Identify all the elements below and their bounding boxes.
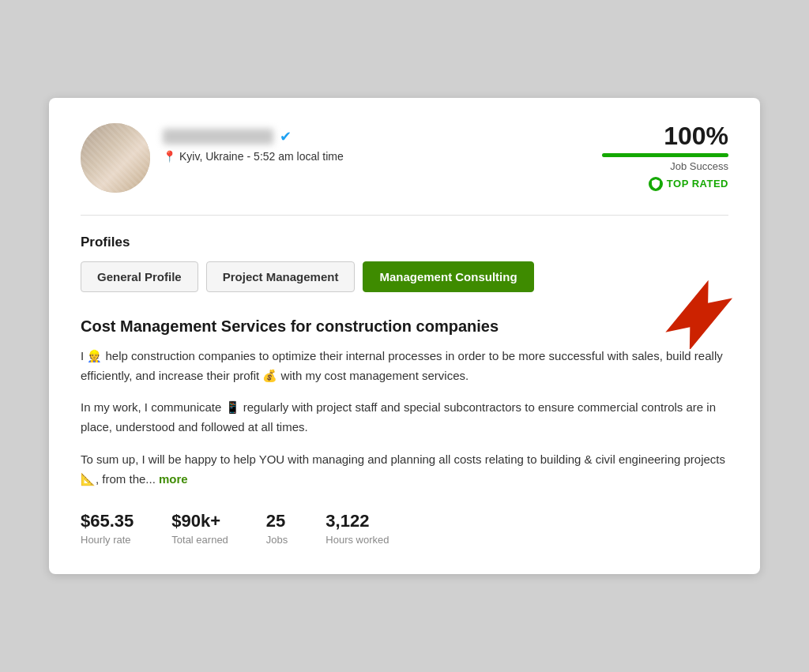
header-section: ✔ 📍 Kyiv, Ukraine - 5:52 am local time 1… (81, 123, 728, 193)
progress-bar-track (602, 153, 728, 157)
tab-management-consulting[interactable]: Management Consulting (363, 261, 533, 292)
location-row: 📍 Kyiv, Ukraine - 5:52 am local time (163, 150, 344, 163)
profiles-heading: Profiles (81, 235, 728, 250)
stat-label: Hours worked (325, 534, 389, 546)
stat-item: $65.35Hourly rate (81, 511, 134, 546)
stat-value: 3,122 (325, 511, 389, 531)
stat-value: $90k+ (171, 511, 228, 531)
local-time: 5:52 am local time (254, 150, 344, 163)
top-rated-badge: TOP RATED (649, 177, 728, 191)
separator: - (246, 150, 250, 163)
location-pin-icon: 📍 (163, 150, 176, 163)
header-divider (81, 215, 728, 216)
job-success-section: 100% Job Success TOP RATED (602, 123, 728, 192)
stats-row: $65.35Hourly rate$90k+Total earned25Jobs… (81, 511, 728, 546)
top-rated-label: TOP RATED (667, 178, 728, 190)
paragraph-2: In my work, I communicate 📱 regularly wi… (81, 398, 728, 437)
avatar (81, 123, 150, 193)
paragraph-1: I 👷 help construction companies to optim… (81, 347, 728, 386)
more-link[interactable]: more (159, 472, 188, 486)
shield-icon (649, 177, 663, 191)
user-details: ✔ 📍 Kyiv, Ukraine - 5:52 am local time (163, 123, 344, 163)
profiles-tab-group: General Profile Project Management Manag… (81, 261, 728, 292)
name-row: ✔ (163, 128, 344, 145)
svg-marker-0 (653, 274, 736, 349)
stat-item: 25Jobs (266, 511, 288, 546)
stat-value: 25 (266, 511, 288, 531)
stat-item: 3,122Hours worked (325, 511, 389, 546)
user-info-section: ✔ 📍 Kyiv, Ukraine - 5:52 am local time (81, 123, 344, 193)
tab-general-profile[interactable]: General Profile (81, 261, 198, 292)
stat-value: $65.35 (81, 511, 134, 531)
stat-label: Total earned (171, 534, 228, 546)
progress-bar-fill (602, 153, 728, 157)
profile-body: I 👷 help construction companies to optim… (81, 347, 728, 490)
username-blurred (163, 129, 273, 145)
stat-label: Jobs (266, 534, 288, 546)
paragraph-3: To sum up, I will be happy to help YOU w… (81, 450, 728, 490)
job-success-percentage: 100% (602, 123, 728, 148)
stat-label: Hourly rate (81, 534, 134, 546)
profile-content: Cost Management Services for constructio… (81, 317, 728, 546)
red-arrow-indicator (642, 270, 736, 349)
verified-icon: ✔ (280, 128, 292, 145)
profiles-section: Profiles General Profile Project Managem… (81, 235, 728, 292)
stat-item: $90k+Total earned (171, 511, 228, 546)
profile-title: Cost Management Services for constructio… (81, 317, 728, 336)
profile-card: ✔ 📍 Kyiv, Ukraine - 5:52 am local time 1… (49, 98, 760, 575)
location-text: Kyiv, Ukraine (179, 150, 243, 163)
job-success-label: Job Success (602, 160, 728, 172)
tab-project-management[interactable]: Project Management (206, 261, 356, 292)
